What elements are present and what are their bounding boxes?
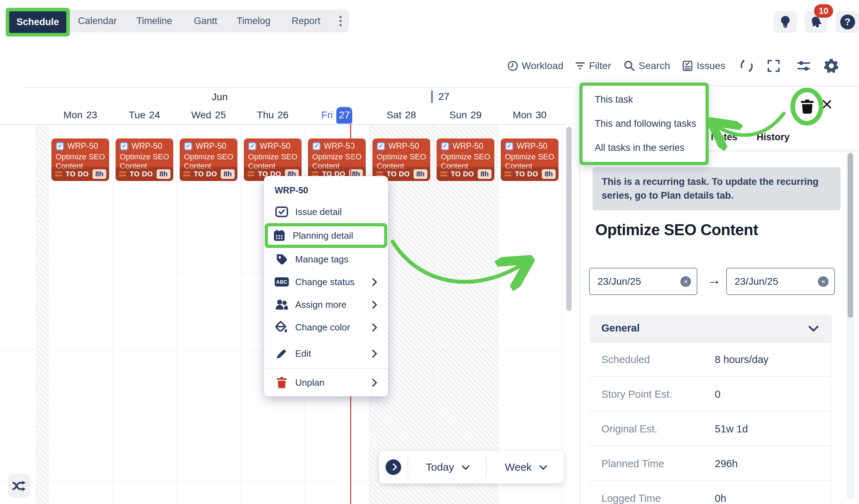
help-icon: ? <box>840 15 855 29</box>
task-card-wed25[interactable]: ✓WRP-50 Optimize SEO Content TO DO8h <box>180 138 237 181</box>
delete-task-button[interactable] <box>789 87 826 127</box>
next-period-button[interactable] <box>386 459 401 475</box>
tab-schedule[interactable]: Schedule <box>9 11 66 33</box>
task-key: WRP-50 <box>131 141 162 151</box>
calendar-scrollbar[interactable] <box>566 127 572 311</box>
grid-vline <box>36 124 37 504</box>
tab-timelog[interactable]: Timelog <box>237 10 270 32</box>
lightbulb-icon <box>779 15 791 29</box>
tab-timeline[interactable]: Timeline <box>136 10 172 32</box>
day-header-thu26[interactable]: Thu26 <box>241 106 305 124</box>
field-row-story-points: Story Point Est. 0 <box>590 377 831 412</box>
clear-start-date-icon[interactable]: × <box>680 276 691 287</box>
workload-button[interactable]: Workload <box>507 57 563 75</box>
day-header-sat28[interactable]: Sat28 <box>369 106 433 124</box>
task-card-tue24[interactable]: ✓WRP-50 Optimize SEO Content TO DO8h <box>116 138 173 181</box>
end-date-value: 23/Jun/25 <box>735 276 778 287</box>
field-row-original-est: Original Est. 51w 1d <box>590 412 831 446</box>
field-row-logged-time: Logged Time 0h <box>590 481 831 504</box>
priority-medium-icon <box>247 171 254 176</box>
planning-detail-highlight: Planning detail <box>265 223 387 248</box>
range-dropdown[interactable]: Week <box>487 461 564 473</box>
task-card-fri27[interactable]: ✓WRP-50 Optimize SEO Content TO DO8h <box>308 138 366 181</box>
menu-item-edit[interactable]: Edit <box>264 342 388 365</box>
filter-label: Filter <box>589 60 611 72</box>
month-label: Jun <box>198 88 241 106</box>
tab-history[interactable]: History <box>757 132 790 143</box>
clear-end-date-icon[interactable]: × <box>818 276 829 287</box>
search-label: Search <box>639 60 670 72</box>
day-header-sun29[interactable]: Sun29 <box>433 106 498 124</box>
task-card-mon23[interactable]: ✓WRP-50 Optimize SEO Content TO DO8h <box>51 138 109 181</box>
settings-button[interactable] <box>824 57 839 75</box>
notification-count-badge: 10 <box>814 4 833 18</box>
menu-item-manage-tags[interactable]: Manage tags <box>264 248 388 271</box>
fullscreen-button[interactable] <box>767 57 780 75</box>
view-settings-button[interactable] <box>797 57 811 75</box>
chevron-down-icon <box>461 462 470 470</box>
help-button[interactable]: ? <box>836 11 859 33</box>
day-header-mon30[interactable]: Mon30 <box>498 106 562 124</box>
context-menu-task-key: WRP-50 <box>275 185 308 196</box>
submenu-chevron-icon <box>369 378 377 387</box>
refresh-button[interactable] <box>739 57 754 75</box>
filter-icon <box>575 61 585 70</box>
task-card-sat28[interactable]: ✓WRP-50 Optimize SEO Content TO DO8h <box>372 138 430 181</box>
menu-item-planning-detail[interactable]: Planning detail <box>265 226 387 245</box>
menu-item-issue-detail[interactable]: Issue detail <box>264 200 388 223</box>
field-label: Original Est. <box>601 423 657 435</box>
grid-vline <box>241 124 241 504</box>
option-this-task[interactable]: This task <box>595 94 706 105</box>
date-range-arrow-icon: → <box>707 272 721 288</box>
submenu-chevron-icon <box>369 349 377 358</box>
general-section-header[interactable]: General <box>590 315 831 342</box>
chevron-right-icon <box>390 463 397 471</box>
task-type-icon: ✓ <box>56 142 64 151</box>
field-label: Story Point Est. <box>601 389 672 400</box>
menu-item-change-status[interactable]: ABC Change status <box>264 271 388 293</box>
tab-gantt[interactable]: Gantt <box>194 10 217 32</box>
status-badge: TO DO <box>387 170 410 178</box>
start-date-field[interactable]: 23/Jun/25 × <box>589 268 697 295</box>
search-button[interactable]: Search <box>624 57 670 75</box>
day-header-mon23[interactable]: Mon23 <box>48 106 112 124</box>
today-dropdown[interactable]: Today <box>408 461 486 473</box>
abc-status-icon: ABC <box>275 277 288 287</box>
day-header-wed25[interactable]: Wed25 <box>176 106 241 124</box>
option-this-and-following[interactable]: This and following tasks <box>595 118 706 129</box>
tab-calendar[interactable]: Calendar <box>78 10 117 32</box>
tips-button[interactable] <box>774 11 797 33</box>
issues-button[interactable]: Issues <box>682 57 725 75</box>
menu-item-assign-more[interactable]: Assign more <box>264 293 388 316</box>
end-date-field[interactable]: 23/Jun/25 × <box>726 268 835 295</box>
menu-item-unplan[interactable]: Unplan <box>264 371 388 394</box>
grid-vline <box>48 124 49 504</box>
nav-more-icon[interactable]: ⋮ <box>335 10 346 32</box>
task-card-thu26[interactable]: ✓WRP-50 Optimize SEO Content TO DO8h <box>244 138 302 181</box>
calendar-nav-bar: Today Week <box>379 451 564 483</box>
menu-item-change-color[interactable]: Change color <box>264 316 388 339</box>
submenu-chevron-icon <box>369 278 377 286</box>
day-header-fri27-today[interactable]: Fri27 <box>305 106 369 124</box>
task-card-mon30[interactable]: ✓WRP-50 Optimize SEO Content TO DO8h <box>501 138 558 181</box>
tab-notes[interactable]: Notes <box>711 132 737 143</box>
pencil-icon <box>275 347 288 359</box>
option-all-tasks[interactable]: All tasks in the series <box>595 142 706 153</box>
today-label: Today <box>426 461 454 473</box>
field-value: 296h <box>715 458 738 470</box>
trash-icon <box>801 100 814 114</box>
filter-button[interactable]: Filter <box>575 57 611 75</box>
reorder-button[interactable] <box>8 474 30 498</box>
task-type-icon: ✓ <box>505 142 513 151</box>
task-card-sun29[interactable]: ✓WRP-50 Optimize SEO Content TO DO8h <box>437 138 494 181</box>
task-key: WRP-50 <box>67 141 98 151</box>
day-header-tue24[interactable]: Tue24 <box>112 106 176 124</box>
tag-icon <box>275 253 288 265</box>
task-type-icon: ✓ <box>248 142 257 151</box>
calendar-header-divider <box>0 124 566 125</box>
field-value: 51w 1d <box>715 423 748 435</box>
field-value: 8 hours/day <box>715 354 769 366</box>
tab-report[interactable]: Report <box>292 10 320 32</box>
task-detail-title: Optimize SEO Content <box>595 221 758 239</box>
panel-scrollbar[interactable] <box>848 153 853 318</box>
